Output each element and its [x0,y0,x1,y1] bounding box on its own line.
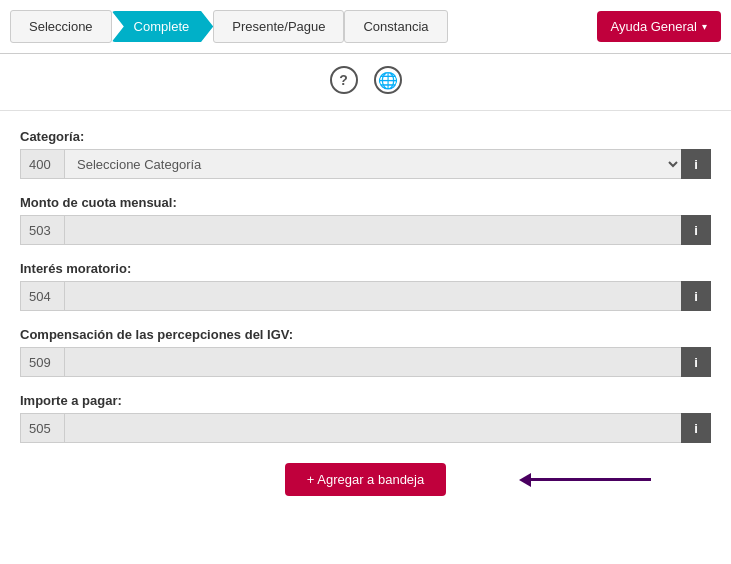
info-btn-interes[interactable]: i [681,281,711,311]
help-label: Ayuda General [611,19,698,34]
row-compensacion: 509 i [20,347,711,377]
action-row: + Agregar a bandeja [20,463,711,496]
info-btn-monto-cuota[interactable]: i [681,215,711,245]
step-presente-pague-btn[interactable]: Presente/Pague [213,10,344,43]
arrow-indicator [519,473,651,487]
step-complete-btn[interactable]: Complete [112,11,214,42]
field-group-compensacion: Compensación de las percepciones del IGV… [20,327,711,377]
arrow-line-icon [531,478,651,481]
main-content: Categoría: 400 Seleccione Categoría i Mo… [0,119,731,506]
code-importe: 505 [20,413,64,443]
input-monto-cuota[interactable] [64,215,681,245]
globe-icon[interactable]: 🌐 [374,66,402,94]
label-categoria: Categoría: [20,129,711,144]
icon-row: ? 🌐 [0,54,731,102]
help-button[interactable]: Ayuda General ▾ [597,11,722,42]
step-constancia-btn[interactable]: Constancia [344,10,447,43]
input-importe[interactable] [64,413,681,443]
steps-nav: Seleccione Complete Presente/Pague Const… [10,10,597,43]
row-categoria: 400 Seleccione Categoría i [20,149,711,179]
code-compensacion: 509 [20,347,64,377]
field-group-interes: Interés moratorio: 504 i [20,261,711,311]
step-complete[interactable]: Complete [112,11,214,42]
select-categoria[interactable]: Seleccione Categoría [64,149,681,179]
label-importe: Importe a pagar: [20,393,711,408]
add-to-tray-button[interactable]: + Agregar a bandeja [285,463,446,496]
step-presente-pague[interactable]: Presente/Pague [213,10,344,43]
step-constancia[interactable]: Constancia [344,10,447,43]
help-chevron-icon: ▾ [702,21,707,32]
input-compensacion[interactable] [64,347,681,377]
nav-actions: Ayuda General ▾ [597,11,722,42]
info-btn-importe[interactable]: i [681,413,711,443]
code-categoria: 400 [20,149,64,179]
add-to-tray-label: + Agregar a bandeja [307,472,424,487]
top-navigation: Seleccione Complete Presente/Pague Const… [0,0,731,54]
label-monto-cuota: Monto de cuota mensual: [20,195,711,210]
code-monto-cuota: 503 [20,215,64,245]
field-group-categoria: Categoría: 400 Seleccione Categoría i [20,129,711,179]
row-monto-cuota: 503 i [20,215,711,245]
label-interes: Interés moratorio: [20,261,711,276]
info-btn-categoria[interactable]: i [681,149,711,179]
row-interes: 504 i [20,281,711,311]
label-compensacion: Compensación de las percepciones del IGV… [20,327,711,342]
field-group-importe: Importe a pagar: 505 i [20,393,711,443]
code-interes: 504 [20,281,64,311]
info-btn-compensacion[interactable]: i [681,347,711,377]
step-seleccione-btn[interactable]: Seleccione [10,10,112,43]
field-group-monto-cuota: Monto de cuota mensual: 503 i [20,195,711,245]
arrow-head-icon [519,473,531,487]
row-importe: 505 i [20,413,711,443]
step-seleccione[interactable]: Seleccione [10,10,112,43]
input-interes[interactable] [64,281,681,311]
help-question-icon[interactable]: ? [330,66,358,94]
